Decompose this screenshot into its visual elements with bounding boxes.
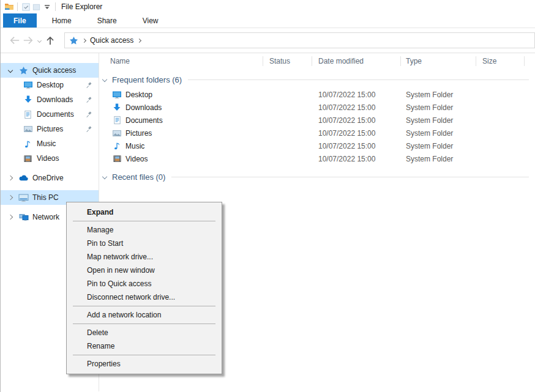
menu-item-properties[interactable]: Properties [67, 357, 222, 371]
file-date-modified: 10/07/2022 15:00 [312, 103, 401, 112]
qat-separator [17, 2, 18, 11]
sidebar-item-label: Music [37, 139, 56, 148]
file-name: Desktop [125, 91, 152, 99]
menu-item-open-in-new-window[interactable]: Open in new window [67, 264, 222, 277]
file-type: System Folder [401, 155, 476, 163]
pin-icon[interactable] [86, 111, 92, 118]
pin-icon[interactable] [86, 97, 92, 103]
file-date-modified: 10/07/2022 15:00 [312, 142, 401, 150]
file-type: System Folder [401, 103, 476, 112]
quick-access-star-icon [18, 65, 29, 76]
music-icon [112, 141, 122, 151]
sidebar-item-quick-access[interactable]: Quick access [1, 63, 99, 78]
file-name: Music [125, 142, 144, 150]
column-header-name[interactable]: Name [99, 53, 263, 69]
menu-item-rename[interactable]: Rename [67, 339, 222, 353]
breadcrumb-chevron-icon[interactable] [82, 38, 86, 42]
properties-quick-icon[interactable] [21, 2, 31, 12]
menu-item-add-network-location[interactable]: Add a network location [67, 308, 222, 322]
sidebar-item-music[interactable]: Music [1, 136, 99, 151]
file-type: System Folder [401, 116, 476, 125]
file-name: Documents [125, 116, 163, 125]
menu-separator [73, 306, 215, 306]
network-icon [18, 212, 29, 223]
navigation-bar: Quick access [1, 28, 535, 53]
menu-item-delete[interactable]: Delete [67, 326, 222, 339]
column-header-size[interactable]: Size [476, 53, 525, 69]
sidebar-item-label: Pictures [37, 125, 63, 133]
file-row-documents[interactable]: Documents 10/07/2022 15:00 System Folder [99, 114, 535, 127]
column-header-date-modified[interactable]: Date modified [312, 53, 401, 69]
file-row-pictures[interactable]: Pictures 10/07/2022 15:00 System Folder [99, 127, 535, 139]
pin-icon[interactable] [86, 126, 92, 133]
group-header-recent-files[interactable]: Recent files (0) [102, 172, 535, 182]
menu-item-disconnect-network-drive[interactable]: Disconnect network drive... [67, 290, 222, 304]
pictures-icon [23, 124, 33, 135]
file-name: Videos [125, 155, 148, 163]
file-date-modified: 10/07/2022 15:00 [312, 155, 401, 163]
column-headers: Name Status Date modified Type Size [99, 53, 535, 69]
sidebar-item-onedrive[interactable]: OneDrive [1, 171, 99, 185]
address-bar[interactable]: Quick access [64, 32, 535, 48]
sidebar-item-documents[interactable]: Documents [1, 107, 99, 122]
menu-item-pin-to-quick-access[interactable]: Pin to Quick access [67, 277, 222, 290]
file-row-videos[interactable]: Videos 10/07/2022 15:00 System Folder [99, 152, 535, 165]
collapse-group-icon[interactable] [102, 174, 107, 179]
downloads-icon [23, 95, 33, 105]
downloads-icon [112, 103, 122, 113]
sidebar-item-videos[interactable]: Videos [1, 151, 99, 166]
file-explorer-logo-icon [4, 2, 14, 12]
file-type: System Folder [401, 142, 476, 150]
group-rule [171, 177, 529, 177]
group-header-frequent-folders[interactable]: Frequent folders (6) [102, 75, 535, 84]
back-icon[interactable] [8, 34, 21, 47]
sidebar-item-desktop[interactable]: Desktop [1, 78, 99, 92]
tab-file[interactable]: File [3, 13, 37, 28]
this-pc-context-menu: Expand Manage Pin to Start Map network d… [66, 202, 222, 374]
onedrive-cloud-icon [18, 173, 29, 183]
sidebar-item-pictures[interactable]: Pictures [1, 122, 99, 136]
title-bar: File Explorer [1, 0, 535, 13]
menu-item-pin-to-start[interactable]: Pin to Start [67, 237, 222, 250]
recent-locations-dropdown-icon[interactable] [35, 34, 43, 47]
sidebar-item-downloads[interactable]: Downloads [1, 92, 99, 107]
sidebar-item-label: OneDrive [32, 174, 64, 182]
collapse-group-icon[interactable] [102, 76, 107, 81]
menu-item-manage[interactable]: Manage [67, 223, 222, 237]
chevron-right-icon[interactable] [6, 176, 15, 180]
column-header-type[interactable]: Type [401, 53, 476, 69]
tab-share[interactable]: Share [87, 13, 127, 28]
new-folder-quick-icon[interactable] [31, 2, 42, 12]
file-row-desktop[interactable]: Desktop 10/07/2022 15:00 System Folder [99, 88, 535, 101]
pin-icon[interactable] [86, 82, 92, 89]
window-title: File Explorer [61, 2, 102, 11]
videos-icon [23, 153, 33, 164]
breadcrumb-chevron-icon[interactable] [137, 38, 141, 42]
column-header-status[interactable]: Status [263, 53, 312, 69]
file-name: Downloads [125, 103, 162, 112]
sidebar-item-label: This PC [32, 193, 59, 202]
documents-icon [23, 109, 33, 120]
sidebar-item-label: Documents [37, 110, 74, 119]
breadcrumb-quick-access[interactable]: Quick access [90, 36, 133, 45]
videos-icon [112, 154, 122, 164]
pictures-icon [112, 128, 122, 138]
file-explorer-window: File Explorer File Home Share View [0, 0, 535, 392]
menu-separator [73, 355, 215, 355]
chevron-right-icon[interactable] [6, 196, 15, 199]
menu-item-expand[interactable]: Expand [67, 205, 222, 219]
chevron-down-icon[interactable] [6, 68, 15, 72]
desktop-icon [112, 90, 122, 100]
menu-item-map-network-drive[interactable]: Map network drive... [67, 250, 222, 264]
qat-separator [55, 2, 56, 11]
file-row-downloads[interactable]: Downloads 10/07/2022 15:00 System Folder [99, 101, 535, 114]
up-icon[interactable] [43, 34, 57, 47]
group-rule [188, 80, 529, 80]
tab-view[interactable]: View [132, 13, 169, 28]
forward-icon[interactable] [21, 34, 35, 47]
file-row-music[interactable]: Music 10/07/2022 15:00 System Folder [99, 139, 535, 152]
tab-home[interactable]: Home [42, 13, 82, 28]
customize-quick-access-toolbar-icon[interactable] [42, 2, 52, 12]
sidebar-item-label: Quick access [32, 66, 76, 75]
chevron-right-icon[interactable] [6, 215, 15, 219]
